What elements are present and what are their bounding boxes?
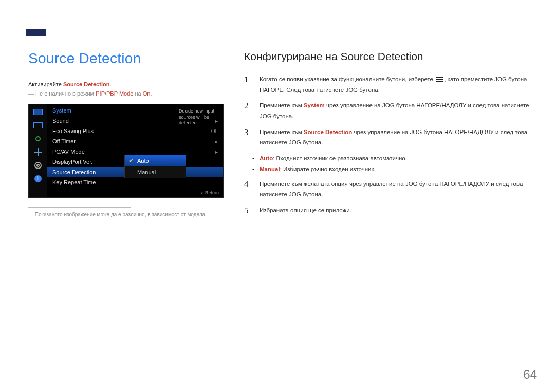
step2-system: System (304, 102, 325, 108)
left-column: Source Detection Активирайте Source Dete… (28, 50, 224, 221)
unavail-red: PIP/PBP Mode (96, 90, 133, 97)
osd-footer: ◂Return (47, 188, 223, 197)
step-5: 5 Избраната опция ще се приложи. (244, 205, 537, 216)
menu-icon (436, 77, 443, 82)
step-number: 5 (244, 205, 251, 216)
step-number: 4 (244, 179, 251, 200)
activate-suffix: . (109, 81, 111, 87)
activate-emphasis: Source Detection (63, 81, 109, 87)
bullet-auto: Auto: Входният източник се разпознава ав… (244, 153, 537, 164)
note-divider (28, 207, 131, 208)
bullet-auto-text: : Входният източник се разпознава автома… (273, 155, 407, 161)
section-title: Конфигуриране на Source Detection (244, 50, 537, 63)
bullet-auto-label: Auto (260, 155, 273, 161)
unavail-mid: на (133, 90, 142, 97)
unavailable-note: Не е налично в режим PIP/PBP Mode на On. (28, 90, 224, 97)
osd-label: DisplayPort Ver. (52, 159, 92, 165)
nav-icon (33, 148, 43, 156)
page-title: Source Detection (28, 50, 224, 67)
picture-icon (33, 122, 43, 129)
step-2: 2 Преминете към System чрез управление н… (244, 100, 537, 121)
osd-hint: Decide how input sources will be detecte… (177, 106, 221, 128)
step2-a: Преминете към (260, 102, 304, 108)
step3-a: Преминете към (260, 129, 304, 135)
bullet-manual-label: Manual (260, 166, 280, 172)
bullet-manual-text: : Избирате ръчно входен източник. (280, 166, 376, 172)
step-3: 3 Преминете към Source Detection чрез уп… (244, 127, 537, 148)
osd-value: Off (211, 128, 218, 134)
eco-icon (33, 135, 43, 142)
step-number: 3 (244, 127, 251, 148)
right-column: Конфигуриране на Source Detection 1 Кога… (244, 50, 537, 221)
osd-label: Source Detection (52, 169, 96, 175)
step5-body: Избраната опция ще се приложи. (260, 205, 537, 216)
step3-sd: Source Detection (304, 129, 353, 135)
osd-return-label: Return (205, 190, 219, 195)
osd-main: System Decide how input sources will be … (47, 104, 223, 197)
step-1: 1 Когато се появи указание за функционал… (244, 74, 537, 95)
osd-label: PC/AV Mode (52, 148, 85, 155)
return-icon: ◂ (201, 190, 203, 195)
activate-line: Активирайте Source Detection. (28, 81, 224, 87)
osd-value: ▸ (215, 149, 218, 155)
step4-body: Преминете към желаната опция чрез управл… (260, 179, 537, 200)
monitor-icon (33, 108, 43, 116)
osd-popup-manual: Manual (125, 166, 186, 178)
osd-label: Eco Saving Plus (52, 128, 94, 134)
step-number: 2 (244, 100, 251, 121)
info-icon: i (33, 175, 43, 182)
activate-prefix: Активирайте (28, 81, 63, 87)
step-4: 4 Преминете към желаната опция чрез упра… (244, 179, 537, 200)
osd-row-timer: Off Timer ▸ (47, 136, 223, 146)
page-number: 64 (523, 367, 537, 382)
page-body: Source Detection Активирайте Source Dete… (28, 50, 537, 221)
osd-popup: Auto Manual (124, 155, 186, 178)
osd-label: Sound (52, 118, 69, 124)
gear-icon (33, 162, 43, 169)
osd-popup-auto: Auto (125, 155, 186, 166)
osd-sidebar: i (29, 104, 47, 197)
options-list: Auto: Входният източник се разпознава ав… (244, 153, 537, 174)
model-note: Показаното изображение може да е различн… (28, 212, 224, 217)
header-accent (26, 29, 46, 36)
osd-value: ▸ (215, 139, 218, 144)
osd-label: Key Repeat Time (52, 179, 96, 185)
unavail-prefix: Не е налично в режим (35, 90, 96, 97)
header-rule (54, 32, 540, 32)
unavail-end: . (150, 90, 152, 97)
bullet-manual: Manual: Избирате ръчно входен източник. (244, 164, 537, 175)
step1-a: Когато се появи указание за функционални… (260, 76, 435, 82)
osd-row-keyrepeat: Key Repeat Time (47, 177, 223, 188)
unavail-on: On (143, 90, 151, 97)
osd-screenshot: i System Decide how input sources will b… (28, 104, 224, 198)
step-number: 1 (244, 74, 251, 95)
osd-label: Off Timer (52, 138, 76, 144)
